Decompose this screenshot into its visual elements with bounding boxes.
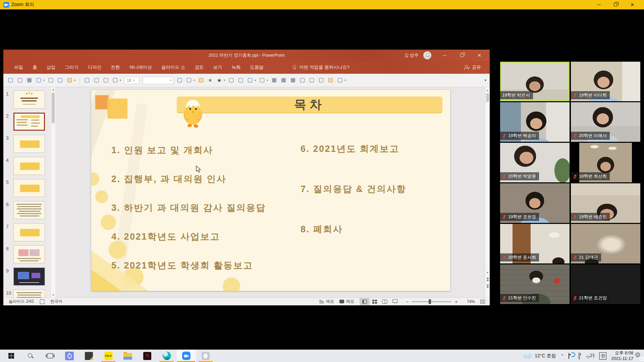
align-justify-icon[interactable] [237, 77, 244, 83]
redo-icon[interactable] [48, 77, 54, 83]
canvas-scrollbar[interactable]: ▲ ▼ [485, 87, 490, 298]
taskbar-app-taskview[interactable] [40, 350, 60, 362]
notes-button[interactable]: 메모 [319, 299, 334, 304]
ppt-restore-button[interactable] [458, 52, 466, 58]
new-slide-icon[interactable] [84, 77, 90, 83]
slide-thumbnail[interactable]: 2 [3, 113, 55, 133]
previous-slide-button[interactable] [486, 277, 490, 282]
save-icon[interactable] [7, 77, 14, 83]
ribbon-tab[interactable]: 도움말 [245, 62, 268, 73]
font-color-icon[interactable] [112, 77, 118, 83]
tell-me-search[interactable]: 어떤 작업을 원하시나요? [292, 64, 350, 70]
taskbar-app-ghostapp[interactable] [196, 350, 215, 362]
slide-thumbnail[interactable]: 7 [3, 223, 55, 243]
bring-forward-icon[interactable] [271, 77, 277, 83]
scrollbar-thumb[interactable] [52, 93, 55, 123]
save-as-icon[interactable] [17, 77, 23, 83]
ribbon-tab[interactable]: 전환 [106, 62, 125, 73]
layout-icon[interactable] [93, 77, 100, 83]
slide-thumbnail[interactable]: 4 [3, 157, 55, 177]
slide-sorter-view-button[interactable] [370, 298, 380, 305]
comments-button[interactable]: 메모 [339, 299, 354, 304]
pen-icon[interactable] [66, 77, 73, 83]
align-objects-icon[interactable] [299, 77, 306, 83]
scroll-up-arrow[interactable]: ▲ [485, 88, 490, 93]
participant-tile[interactable]: 19학번 박은서 [500, 62, 570, 101]
print-icon[interactable] [26, 77, 33, 83]
participant-tile[interactable]: 20학번 윤서희 [500, 224, 570, 263]
font-name-combobox[interactable]: ▾ [143, 77, 173, 84]
slide-thumbnail-image[interactable] [13, 113, 45, 131]
ribbon-tab[interactable]: 애니메이션 [125, 62, 157, 73]
participant-tile[interactable]: 21학번 조건양 [571, 264, 640, 304]
zoom-maximize-button[interactable] [612, 2, 619, 8]
participant-tile[interactable]: 18학번 최선희 [571, 143, 640, 182]
taskbar-app-search[interactable] [21, 350, 40, 362]
shape-star-icon[interactable] [207, 77, 213, 83]
ribbon-tab[interactable]: 보기 [208, 62, 227, 73]
slide-thumbnail-image[interactable] [13, 201, 45, 219]
zoom-percentage[interactable]: 74% [464, 299, 475, 304]
start-slideshow-icon[interactable] [57, 77, 63, 83]
format-painter-icon[interactable] [337, 77, 343, 83]
ribbon-tab[interactable]: 검토 [190, 62, 208, 73]
ppt-account-name[interactable]: 김 방주 [404, 52, 419, 58]
zoom-tray-icon[interactable] [569, 353, 569, 359]
participant-tile[interactable]: 19학번 배효민 [571, 183, 640, 223]
slide-thumbnail-image[interactable] [13, 90, 45, 109]
ribbon-tab[interactable]: 디자인 [83, 62, 106, 73]
slide-thumbnail[interactable]: 6 [3, 201, 55, 221]
slide-thumbnail[interactable]: 8 [3, 245, 55, 265]
taskbar-app-zoom[interactable] [176, 350, 196, 362]
scrollbar-thumb[interactable] [486, 93, 489, 102]
reading-view-button[interactable] [380, 298, 390, 305]
ribbon-tab[interactable]: 슬라이드 쇼 [157, 62, 190, 73]
hidden-icons-chevron[interactable]: ⌃ [560, 354, 564, 358]
fit-to-window-button[interactable] [480, 300, 485, 304]
slideshow-button[interactable] [390, 298, 400, 305]
slide-thumbnail-image[interactable] [13, 223, 45, 241]
next-slide-button[interactable] [486, 284, 490, 289]
zoom-out-button[interactable]: − [405, 299, 409, 304]
zoom-close-button[interactable]: ✕ [629, 2, 636, 8]
ppt-close-button[interactable]: ✕ [476, 52, 483, 58]
participant-tile[interactable]: 21학번 안수진 [500, 264, 570, 304]
align-left-icon[interactable] [228, 77, 234, 83]
slide-thumbnail-image[interactable] [13, 157, 45, 175]
distribute-icon[interactable] [309, 77, 315, 83]
normal-view-button[interactable] [360, 298, 370, 305]
ppt-account-avatar[interactable] [423, 51, 431, 59]
battery-icon[interactable] [579, 353, 580, 359]
slide-thumbnail-image[interactable] [13, 290, 45, 298]
taskbar-app-notepad[interactable] [79, 350, 99, 362]
ribbon-tab[interactable]: 파일 [9, 62, 28, 73]
font-size-combobox[interactable]: 18 ▾ [124, 77, 140, 84]
taskbar-app-start[interactable] [1, 350, 21, 362]
toolbar-overflow-button[interactable]: ▾ [484, 78, 490, 82]
slide-thumbnail[interactable]: 3 [3, 135, 55, 155]
text-box-icon[interactable] [176, 77, 183, 83]
slide-thumbnail[interactable]: 5 [3, 179, 55, 199]
taskbar-app-whale[interactable] [157, 350, 176, 362]
send-backward-icon[interactable] [280, 77, 287, 83]
participant-tile[interactable]: 20학번 박영원 [500, 143, 570, 182]
language-indicator[interactable]: 한국어 [50, 299, 62, 304]
slide-thumbnail-image[interactable] [13, 245, 45, 263]
ribbon-tab[interactable]: 삽입 [42, 62, 60, 73]
slide-thumbnail-image[interactable] [13, 267, 45, 286]
participant-tile[interactable]: 19학번 이다희 [571, 62, 640, 101]
slide-thumbnail-image[interactable] [13, 135, 45, 153]
ribbon-tab[interactable]: 녹화 [227, 62, 245, 73]
participant-tile[interactable]: 21 김대근 [571, 224, 640, 263]
ime-korean-indicator[interactable]: 한 [599, 352, 606, 360]
taskbar-app-settings[interactable] [60, 350, 79, 362]
slide-thumbnail-image[interactable] [13, 179, 45, 197]
taskbar-app-netflix[interactable]: N [138, 350, 157, 362]
reset-icon[interactable] [103, 77, 109, 83]
share-button[interactable]: + 공유 [464, 64, 490, 70]
scroll-down-arrow[interactable]: ▼ [51, 293, 55, 298]
ribbon-tab[interactable]: 그리기 [60, 62, 84, 73]
shape-star-filled-icon[interactable] [216, 77, 222, 83]
ppt-minimize-button[interactable] [441, 52, 448, 58]
ribbon-tab[interactable]: 홈 [28, 62, 42, 73]
